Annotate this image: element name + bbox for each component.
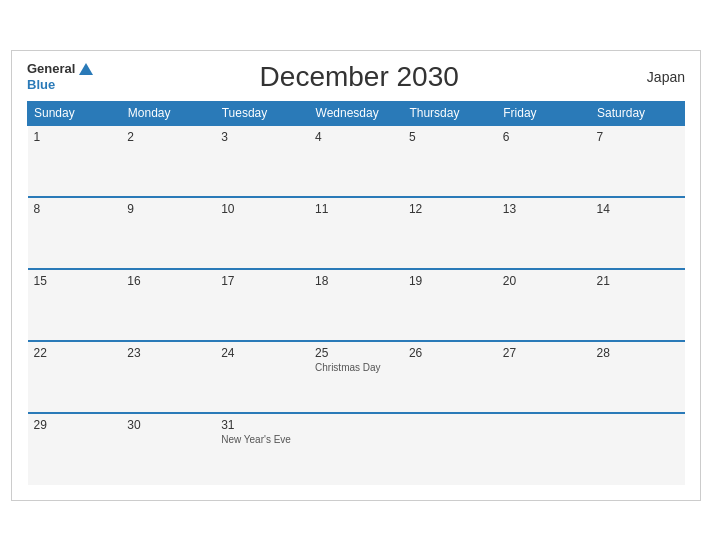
calendar-day-cell: 4 — [309, 125, 403, 197]
day-number: 27 — [503, 346, 585, 360]
day-number: 2 — [127, 130, 209, 144]
holiday-name: New Year's Eve — [221, 434, 303, 445]
calendar-week-row: 293031New Year's Eve — [28, 413, 685, 485]
weekday-header: Thursday — [403, 101, 497, 125]
day-number: 28 — [597, 346, 679, 360]
calendar-day-cell — [403, 413, 497, 485]
day-number: 12 — [409, 202, 491, 216]
logo-general-text: General — [27, 61, 75, 77]
calendar-week-row: 1234567 — [28, 125, 685, 197]
day-number: 1 — [34, 130, 116, 144]
calendar-day-cell: 17 — [215, 269, 309, 341]
day-number: 26 — [409, 346, 491, 360]
weekday-header: Saturday — [591, 101, 685, 125]
calendar-week-row: 22232425Christmas Day262728 — [28, 341, 685, 413]
calendar-day-cell: 30 — [121, 413, 215, 485]
logo: General Blue — [27, 61, 93, 92]
calendar-day-cell: 22 — [28, 341, 122, 413]
calendar-day-cell — [591, 413, 685, 485]
day-number: 31 — [221, 418, 303, 432]
calendar-title: December 2030 — [93, 61, 625, 93]
calendar-day-cell: 7 — [591, 125, 685, 197]
calendar-day-cell: 1 — [28, 125, 122, 197]
day-number: 11 — [315, 202, 397, 216]
calendar-day-cell: 21 — [591, 269, 685, 341]
calendar-day-cell: 15 — [28, 269, 122, 341]
calendar-day-cell: 16 — [121, 269, 215, 341]
weekday-header-row: SundayMondayTuesdayWednesdayThursdayFrid… — [28, 101, 685, 125]
day-number: 15 — [34, 274, 116, 288]
holiday-name: Christmas Day — [315, 362, 397, 373]
calendar-day-cell: 14 — [591, 197, 685, 269]
weekday-header: Sunday — [28, 101, 122, 125]
calendar-week-row: 891011121314 — [28, 197, 685, 269]
calendar-table: SundayMondayTuesdayWednesdayThursdayFrid… — [27, 101, 685, 485]
logo-triangle-icon — [79, 63, 93, 75]
day-number: 23 — [127, 346, 209, 360]
day-number: 14 — [597, 202, 679, 216]
weekday-header: Friday — [497, 101, 591, 125]
day-number: 6 — [503, 130, 585, 144]
calendar-thead: SundayMondayTuesdayWednesdayThursdayFrid… — [28, 101, 685, 125]
day-number: 18 — [315, 274, 397, 288]
day-number: 29 — [34, 418, 116, 432]
calendar-day-cell: 18 — [309, 269, 403, 341]
calendar-day-cell: 5 — [403, 125, 497, 197]
logo-blue-text: Blue — [27, 77, 93, 93]
calendar-day-cell: 2 — [121, 125, 215, 197]
calendar-day-cell: 9 — [121, 197, 215, 269]
day-number: 16 — [127, 274, 209, 288]
country-label: Japan — [625, 69, 685, 85]
calendar-day-cell: 20 — [497, 269, 591, 341]
calendar-day-cell: 28 — [591, 341, 685, 413]
calendar-day-cell: 29 — [28, 413, 122, 485]
calendar-day-cell: 3 — [215, 125, 309, 197]
day-number: 8 — [34, 202, 116, 216]
calendar-day-cell: 27 — [497, 341, 591, 413]
calendar-day-cell: 10 — [215, 197, 309, 269]
weekday-header: Tuesday — [215, 101, 309, 125]
day-number: 30 — [127, 418, 209, 432]
day-number: 5 — [409, 130, 491, 144]
calendar-day-cell — [309, 413, 403, 485]
calendar-day-cell: 26 — [403, 341, 497, 413]
day-number: 21 — [597, 274, 679, 288]
day-number: 17 — [221, 274, 303, 288]
calendar-day-cell: 12 — [403, 197, 497, 269]
calendar-day-cell: 24 — [215, 341, 309, 413]
calendar-day-cell: 23 — [121, 341, 215, 413]
day-number: 13 — [503, 202, 585, 216]
day-number: 24 — [221, 346, 303, 360]
weekday-header: Monday — [121, 101, 215, 125]
calendar-week-row: 15161718192021 — [28, 269, 685, 341]
day-number: 20 — [503, 274, 585, 288]
day-number: 10 — [221, 202, 303, 216]
day-number: 4 — [315, 130, 397, 144]
calendar-day-cell: 13 — [497, 197, 591, 269]
day-number: 7 — [597, 130, 679, 144]
day-number: 3 — [221, 130, 303, 144]
calendar-day-cell: 31New Year's Eve — [215, 413, 309, 485]
calendar-day-cell — [497, 413, 591, 485]
calendar-header: General Blue December 2030 Japan — [27, 61, 685, 93]
calendar-tbody: 1234567891011121314151617181920212223242… — [28, 125, 685, 485]
calendar-day-cell: 8 — [28, 197, 122, 269]
day-number: 19 — [409, 274, 491, 288]
calendar-container: General Blue December 2030 Japan SundayM… — [11, 50, 701, 501]
day-number: 22 — [34, 346, 116, 360]
calendar-day-cell: 25Christmas Day — [309, 341, 403, 413]
day-number: 25 — [315, 346, 397, 360]
calendar-day-cell: 11 — [309, 197, 403, 269]
day-number: 9 — [127, 202, 209, 216]
weekday-header: Wednesday — [309, 101, 403, 125]
calendar-day-cell: 19 — [403, 269, 497, 341]
calendar-day-cell: 6 — [497, 125, 591, 197]
